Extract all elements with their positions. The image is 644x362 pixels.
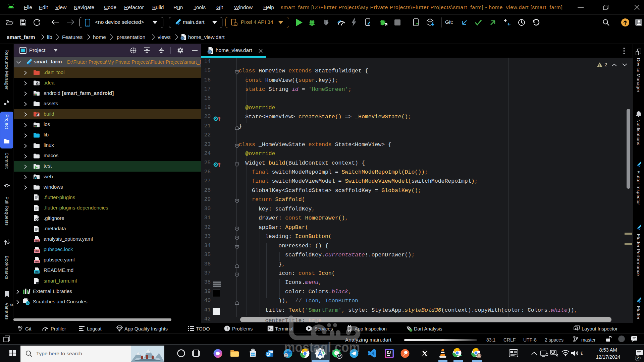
svg-text:mostaql.com: mostaql.com — [284, 340, 360, 355]
svg-text:MD: MD — [35, 270, 39, 274]
svg-text:YML: YML — [35, 260, 40, 263]
svg-text:YML: YML — [35, 239, 40, 242]
svg-text:YML: YML — [35, 250, 40, 253]
